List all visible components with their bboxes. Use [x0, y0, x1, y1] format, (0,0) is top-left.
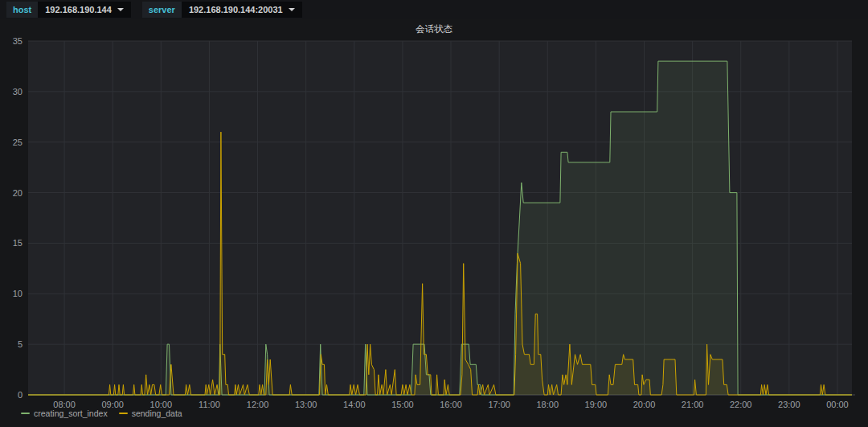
x-axis-tick-label: 20:00 [633, 400, 656, 409]
y-axis-tick-label: 30 [13, 87, 23, 96]
server-variable-label: server [142, 2, 182, 18]
chevron-down-icon [289, 8, 295, 11]
legend-item-sending-data[interactable]: sending_data [119, 409, 182, 418]
server-variable-value: 192.168.190.144:20031 [189, 5, 283, 14]
x-axis-tick-label: 19:00 [585, 400, 608, 409]
y-axis-tick-label: 5 [18, 339, 23, 349]
x-axis-tick-label: 23:00 [778, 400, 800, 409]
y-axis-tick-label: 10 [13, 289, 23, 298]
legend-label: creating_sort_index [34, 409, 108, 418]
x-axis-tick-label: 18:00 [536, 400, 559, 409]
yellow-series-swatch-icon [119, 413, 128, 415]
variable-bar: host 192.168.190.144 server 192.168.190.… [0, 0, 868, 19]
y-axis-tick-label: 0 [18, 390, 23, 400]
x-axis-tick-label: 22:00 [730, 400, 752, 409]
host-variable-value: 192.168.190.144 [45, 5, 112, 14]
grafana-dashboard: host 192.168.190.144 server 192.168.190.… [0, 0, 868, 427]
x-axis-tick-label: 13:00 [295, 400, 317, 409]
legend-item-creating-sort-index[interactable]: creating_sort_index [21, 409, 108, 418]
chevron-down-icon [117, 8, 124, 11]
variable-group-host: host 192.168.190.144 [6, 2, 131, 18]
x-axis-tick-label: 15:00 [391, 400, 414, 409]
server-variable-dropdown[interactable]: 192.168.190.144:20031 [182, 2, 302, 18]
chart-plot-area[interactable]: 0510152025303508:0009:0010:0011:0012:001… [0, 19, 868, 410]
y-axis-tick-label: 35 [13, 36, 23, 46]
variable-group-server: server 192.168.190.144:20031 [142, 2, 302, 18]
host-variable-label: host [6, 2, 38, 18]
chart-legend: creating_sort_index sending_data [21, 409, 182, 418]
host-variable-dropdown[interactable]: 192.168.190.144 [38, 2, 131, 18]
x-axis-tick-label: 00:00 [826, 400, 849, 409]
x-axis-tick-label: 14:00 [343, 400, 366, 409]
legend-label: sending_data [132, 409, 182, 418]
x-axis-tick-label: 17:00 [488, 400, 510, 409]
y-axis-tick-label: 25 [13, 138, 23, 147]
y-axis-tick-label: 15 [13, 238, 23, 248]
x-axis-tick-label: 11:00 [199, 400, 220, 409]
x-axis-tick-label: 21:00 [682, 400, 704, 409]
y-axis-tick-label: 20 [13, 188, 23, 198]
green-series-swatch-icon [21, 413, 30, 415]
x-axis-tick-label: 16:00 [440, 400, 462, 409]
x-axis-tick-label: 12:00 [247, 400, 269, 409]
